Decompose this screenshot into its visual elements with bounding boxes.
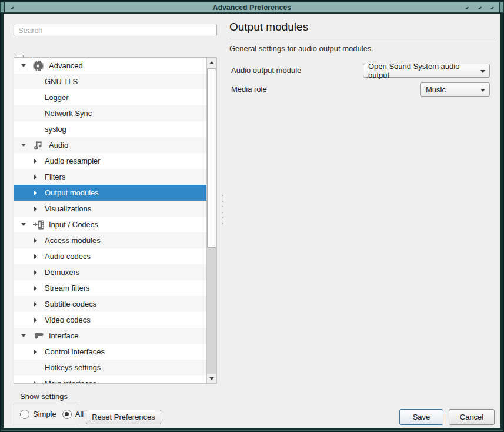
page-subtitle: General settings for audio output module… [229,44,373,53]
chevron-right-icon[interactable] [32,205,39,212]
tree-item-access-modules[interactable]: Access modules [14,232,206,248]
chevron-right-icon[interactable] [32,269,39,276]
tree-item-label: Demuxers [45,268,79,277]
audio-icon [33,140,44,151]
preferences-tree: AdvancedGNU TLSLoggerNetwork SyncsyslogA… [14,57,217,384]
frame-accent-line [1,430,503,431]
preferences-dialog: Only show current AdvancedGNU TLSLoggerN… [4,14,500,428]
expander-spacer [32,126,39,133]
tree-item-label: Video codecs [45,315,91,324]
titlebar[interactable]: Advanced Preferences [4,2,500,13]
media-role-label: Media role [231,82,267,97]
tree-item-audio-resampler[interactable]: Audio resampler [14,153,206,169]
radio-icon[interactable] [62,410,72,419]
combo-value: Music [426,85,446,94]
chevron-right-icon[interactable] [32,174,39,181]
tree-category-input-codecs[interactable]: Input / Codecs [14,217,206,232]
tree-item-label: Interface [49,331,79,340]
expander-spacer [32,110,39,117]
tree-item-label: Visualizations [45,204,91,213]
media-role-select[interactable]: Music [420,82,490,97]
tree-item-main-interfaces[interactable]: Main interfaces [14,375,206,383]
tree-item-subtitle-codecs[interactable]: Subtitle codecs [14,296,206,312]
window-title: Advanced Preferences [5,4,499,12]
chevron-right-icon[interactable] [32,380,39,384]
panel-splitter-handle[interactable] [221,195,225,224]
tree-item-label: Hotkeys settings [45,363,101,372]
tree-item-label: Control interfaces [45,347,105,356]
scrollbar-thumb[interactable] [207,68,216,248]
radio-all[interactable]: All [62,410,84,419]
expander-spacer [32,78,39,85]
audio-output-module-label: Audio output module [231,64,301,78]
scrollbar-track[interactable] [207,248,216,374]
page-title: Output modules [229,21,308,34]
cancel-button[interactable]: Cancel [449,409,495,425]
tree-category-advanced[interactable]: Advanced [14,58,206,74]
window-frame: Advanced Preferences Only show current A… [0,0,504,432]
tree-item-label: Audio resampler [45,157,101,165]
expander-spacer [32,364,39,371]
tree-item-label: Filters [45,172,65,181]
tree-item-label: Output modules [45,188,99,197]
tree-item-network-sync[interactable]: Network Sync [14,105,206,121]
tree-item-label: Subtitle codecs [45,300,96,308]
codecs-icon [33,220,44,230]
tree-item-gnu-tls[interactable]: GNU TLS [14,74,206,89]
chevron-down-icon[interactable] [20,62,27,69]
save-button[interactable]: Save [399,409,443,425]
tree-item-label: Access modules [45,236,101,245]
scroll-down-icon[interactable] [207,374,216,383]
audio-output-module-select[interactable]: Open Sound System audio output [363,64,490,78]
interface-icon [33,331,44,341]
chevron-down-icon[interactable] [20,221,27,228]
tree-item-stream-filters[interactable]: Stream filters [14,280,206,296]
chevron-right-icon[interactable] [32,253,39,260]
tree-item-logger[interactable]: Logger [14,89,206,105]
chevron-right-icon[interactable] [32,301,39,308]
search-input[interactable] [14,24,217,36]
tree-item-output-modules[interactable]: Output modules [14,185,206,201]
tree-item-label: GNU TLS [45,77,78,86]
scroll-up-icon[interactable] [207,58,216,67]
tree-item-label: Stream filters [45,284,90,293]
show-settings-group: Simple All [14,404,78,424]
radio-icon[interactable] [20,410,29,419]
title-divider [229,38,495,38]
tree-item-label: Advanced [49,61,83,70]
tree-category-audio[interactable]: Audio [14,137,206,153]
frame-corner-right [500,2,504,13]
tree-item-hotkeys-settings[interactable]: Hotkeys settings [14,360,206,375]
expander-spacer [32,94,39,101]
chevron-right-icon[interactable] [32,317,39,324]
show-settings-label: Show settings [20,392,68,401]
chip-icon [33,61,44,71]
chevron-right-icon[interactable] [32,190,39,197]
tree-item-label: Logger [45,93,68,102]
tree-scrollbar[interactable] [206,58,216,383]
tree-category-interface[interactable]: Interface [14,328,206,344]
combo-value: Open Sound System audio output [368,62,476,79]
tree-item-filters[interactable]: Filters [14,169,206,185]
chevron-down-icon[interactable] [20,333,27,340]
chevron-right-icon[interactable] [32,237,39,244]
tree-item-audio-codecs[interactable]: Audio codecs [14,248,206,264]
chevron-right-icon[interactable] [32,348,39,355]
tree-item-visualizations[interactable]: Visualizations [14,201,206,217]
chevron-right-icon[interactable] [32,285,39,292]
chevron-down-icon [480,89,485,92]
radio-simple[interactable]: Simple [20,410,56,419]
tree-item-control-interfaces[interactable]: Control interfaces [14,344,206,360]
chevron-right-icon[interactable] [32,158,39,165]
tree-item-syslog[interactable]: syslog [14,121,206,137]
tree-item-demuxers[interactable]: Demuxers [14,264,206,280]
tree-item-label: Network Sync [45,109,92,118]
reset-preferences-button[interactable]: Reset Preferences [86,410,161,424]
radio-simple-label: Simple [33,410,56,418]
tree-item-label: Main interfaces [45,379,96,383]
chevron-down-icon[interactable] [20,142,27,149]
frame-corner-left [0,2,4,13]
tree-item-label: Input / Codecs [49,220,98,229]
tree-item-label: Audio [49,141,68,149]
tree-item-video-codecs[interactable]: Video codecs [14,312,206,328]
